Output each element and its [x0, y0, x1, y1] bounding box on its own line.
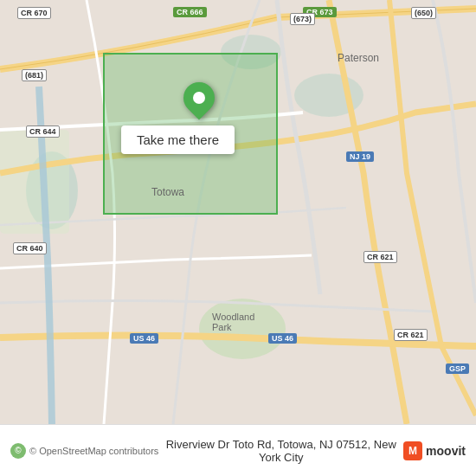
cr621b-shield: CR 621: [394, 329, 428, 341]
cr673b-shield: (673): [290, 13, 315, 25]
cr640-shield: CR 640: [13, 242, 47, 254]
info-bar: © © OpenStreetMap contributors Riverview…: [0, 424, 476, 476]
svg-rect-5: [0, 130, 69, 234]
gsp-shield: GSP: [446, 363, 469, 374]
cr650-shield: (650): [411, 7, 436, 19]
totowa-label: Totowa: [151, 186, 184, 198]
cr666-shield: CR 666: [173, 7, 207, 17]
moovit-text: moovit: [426, 444, 466, 458]
us46b-shield: US 46: [268, 333, 297, 344]
cr621-shield: CR 621: [363, 251, 397, 263]
take-me-there-button[interactable]: Take me there: [121, 125, 235, 154]
osm-credit: © © OpenStreetMap contributors: [10, 443, 158, 459]
osm-logo: ©: [10, 443, 26, 459]
location-pin: [182, 82, 216, 124]
cr681-shield: (681): [22, 69, 47, 81]
paterson-label: Paterson: [338, 52, 379, 64]
moovit-logo: M moovit: [403, 441, 466, 460]
osm-credit-text: © OpenStreetMap contributors: [29, 446, 158, 456]
woodland-park-label: WoodlandPark: [212, 312, 254, 332]
cr644-shield: CR 644: [26, 125, 60, 138]
moovit-icon: M: [403, 441, 422, 460]
cr670-shield: CR 670: [17, 7, 51, 19]
us46-shield: US 46: [130, 333, 158, 344]
address-text: Riverview Dr Toto Rd, Totowa, NJ 07512, …: [158, 438, 403, 464]
map-container: Paterson Totowa WoodlandPark CR 670 CR 6…: [0, 0, 476, 424]
nj19-shield: NJ 19: [346, 151, 374, 162]
